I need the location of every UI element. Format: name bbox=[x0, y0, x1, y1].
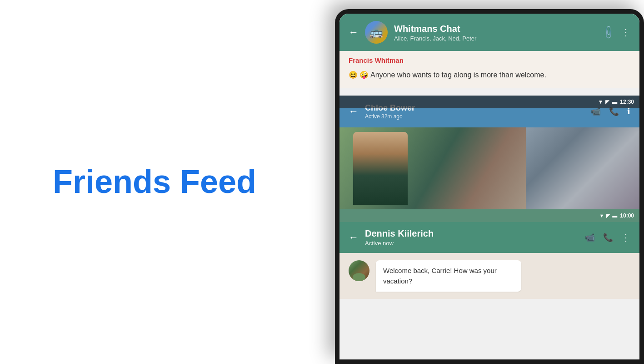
right-panel: ← 🚌 Whitmans Chat Alice, Francis, Jack, … bbox=[309, 0, 644, 364]
screen-chloe: ← Chloe Bower Active 32m ago 📹 📞 ℹ bbox=[339, 96, 639, 209]
signal-icon: ◤ bbox=[605, 99, 609, 105]
dennis-message: Welcome back, Carrie! How was your vacat… bbox=[376, 260, 521, 292]
message-emojis: 😆 🤪 bbox=[349, 71, 369, 79]
brand-title: Friends Feed bbox=[53, 164, 256, 200]
dennis-more-icon[interactable]: ⋮ bbox=[621, 232, 630, 243]
dennis-message-area: Welcome back, Carrie! How was your vacat… bbox=[339, 253, 639, 299]
dennis-header: ← Dennis Kiilerich Active now 📹 📞 ⋮ bbox=[339, 222, 639, 253]
battery-icon: ▬ bbox=[612, 99, 617, 105]
status-icons-1: ▼ ◤ ▬ bbox=[598, 99, 617, 105]
dennis-name: Dennis Kiilerich bbox=[365, 228, 579, 239]
status-time-1: 12:30 bbox=[620, 99, 634, 105]
tablet-screen: ← 🚌 Whitmans Chat Alice, Francis, Jack, … bbox=[339, 14, 639, 359]
dennis-status-bar: ▼ ◤ ▬ 10:00 bbox=[339, 209, 639, 222]
dennis-wifi-icon: ▼ bbox=[599, 213, 604, 218]
whitmans-chat-members: Alice, Francis, Jack, Ned, Peter bbox=[394, 35, 596, 42]
dennis-status-time: 10:00 bbox=[620, 212, 634, 219]
status-bar-1: ▼ ◤ ▬ 12:30 bbox=[339, 96, 639, 108]
tablet-frame: ← 🚌 Whitmans Chat Alice, Francis, Jack, … bbox=[335, 9, 644, 364]
whitmans-header: ← 🚌 Whitmans Chat Alice, Francis, Jack, … bbox=[339, 14, 639, 51]
wifi-icon: ▼ bbox=[598, 99, 603, 105]
dennis-header-info: Dennis Kiilerich Active now bbox=[365, 228, 579, 247]
dennis-back-button[interactable]: ← bbox=[349, 232, 359, 243]
chloe-status: Active 32m ago bbox=[365, 113, 584, 120]
dennis-avatar bbox=[349, 260, 369, 281]
dennis-phone-icon[interactable]: 📞 bbox=[603, 233, 613, 243]
whitmans-avatar: 🚌 bbox=[365, 21, 388, 44]
dennis-header-icons: 📹 📞 ⋮ bbox=[585, 232, 630, 243]
more-options-icon[interactable]: ⋮ bbox=[621, 27, 630, 38]
whitmans-message: 😆 🤪 Anyone who wants to tag along is mor… bbox=[339, 66, 639, 88]
left-panel: Friends Feed bbox=[0, 146, 309, 218]
dennis-signal-icon: ◤ bbox=[606, 213, 610, 219]
dennis-status-icons: ▼ ◤ ▬ bbox=[599, 213, 617, 219]
message-text: Anyone who wants to tag along is more th… bbox=[370, 71, 546, 79]
chloe-photo-background bbox=[526, 127, 639, 209]
dennis-video-icon[interactable]: 📹 bbox=[585, 233, 595, 243]
chloe-photo bbox=[339, 127, 639, 209]
sender-name: Francis Whitman bbox=[339, 51, 639, 66]
screen-whitmans: ← 🚌 Whitmans Chat Alice, Francis, Jack, … bbox=[339, 14, 639, 88]
dennis-battery-icon: ▬ bbox=[612, 213, 617, 218]
chloe-photo-person bbox=[353, 132, 408, 205]
whitmans-header-icons: 📎 ⋮ bbox=[603, 27, 630, 38]
dennis-status: Active now bbox=[365, 240, 579, 247]
whitmans-header-info: Whitmans Chat Alice, Francis, Jack, Ned,… bbox=[394, 23, 596, 42]
paperclip-icon[interactable]: 📎 bbox=[600, 25, 616, 40]
whitmans-body: Francis Whitman 😆 🤪 Anyone who wants to … bbox=[339, 51, 639, 88]
whitmans-back-button[interactable]: ← bbox=[349, 26, 359, 38]
whitmans-chat-name: Whitmans Chat bbox=[394, 23, 596, 34]
screen-dennis: ▼ ◤ ▬ 10:00 ← Dennis Kiilerich Active no… bbox=[339, 209, 639, 299]
